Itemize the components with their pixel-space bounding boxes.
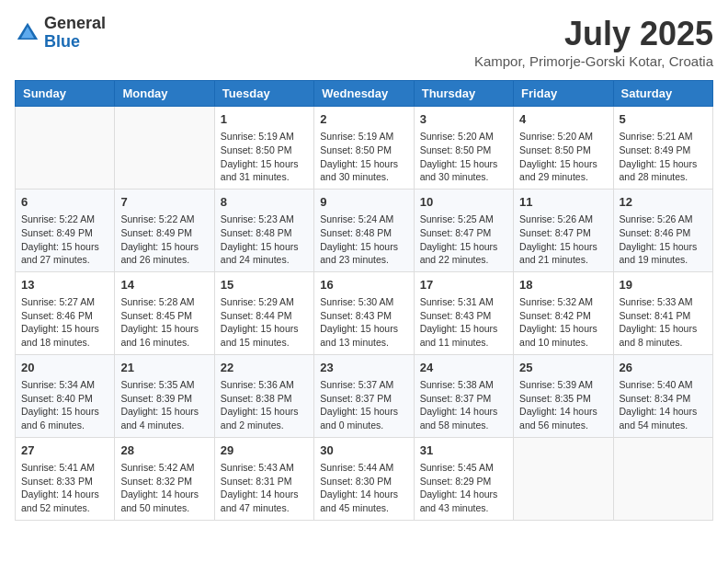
daylight-text: Daylight: 15 hours and 26 minutes. xyxy=(120,240,208,267)
calendar-cell: 23Sunrise: 5:37 AMSunset: 8:37 PMDayligh… xyxy=(314,354,414,437)
sunset-text: Sunset: 8:46 PM xyxy=(21,309,108,323)
calendar-cell: 26Sunrise: 5:40 AMSunset: 8:34 PMDayligh… xyxy=(613,354,712,437)
daylight-text: Daylight: 14 hours and 52 minutes. xyxy=(21,488,108,514)
cell-content: 7Sunrise: 5:22 AMSunset: 8:49 PMDaylight… xyxy=(120,194,208,267)
sunset-text: Sunset: 8:33 PM xyxy=(21,475,108,488)
calendar-cell: 4Sunrise: 5:20 AMSunset: 8:50 PMDaylight… xyxy=(514,107,613,190)
sunset-text: Sunset: 8:45 PM xyxy=(120,309,208,323)
sunrise-text: Sunrise: 5:28 AM xyxy=(120,295,208,309)
weekday-header-row: SundayMondayTuesdayWednesdayThursdayFrid… xyxy=(16,81,713,107)
cell-content: 19Sunrise: 5:33 AMSunset: 8:41 PMDayligh… xyxy=(620,277,707,350)
day-number: 11 xyxy=(519,194,607,211)
daylight-text: Daylight: 15 hours and 18 minutes. xyxy=(21,322,108,349)
cell-content: 14Sunrise: 5:28 AMSunset: 8:45 PMDayligh… xyxy=(120,277,208,350)
weekday-header-friday: Friday xyxy=(514,81,613,107)
sunset-text: Sunset: 8:32 PM xyxy=(120,475,208,488)
daylight-text: Daylight: 15 hours and 31 minutes. xyxy=(221,157,308,184)
day-number: 10 xyxy=(420,194,507,211)
sunrise-text: Sunrise: 5:24 AM xyxy=(320,213,407,226)
sunset-text: Sunset: 8:47 PM xyxy=(519,226,607,240)
sunrise-text: Sunrise: 5:20 AM xyxy=(519,130,607,144)
sunset-text: Sunset: 8:31 PM xyxy=(221,475,308,488)
day-number: 25 xyxy=(519,360,607,376)
sunrise-text: Sunrise: 5:33 AM xyxy=(620,295,707,309)
calendar-week-1: 1Sunrise: 5:19 AMSunset: 8:50 PMDaylight… xyxy=(16,107,713,190)
calendar-week-5: 27Sunrise: 5:41 AMSunset: 8:33 PMDayligh… xyxy=(16,437,713,520)
sunset-text: Sunset: 8:44 PM xyxy=(221,309,308,323)
daylight-text: Daylight: 14 hours and 45 minutes. xyxy=(320,488,407,514)
day-number: 15 xyxy=(221,277,308,293)
day-number: 20 xyxy=(21,360,108,376)
sunset-text: Sunset: 8:42 PM xyxy=(519,309,607,323)
sunset-text: Sunset: 8:50 PM xyxy=(320,144,407,157)
logo: General Blue xyxy=(15,15,106,52)
day-number: 14 xyxy=(120,277,208,293)
sunrise-text: Sunrise: 5:31 AM xyxy=(420,295,507,309)
sunset-text: Sunset: 8:48 PM xyxy=(221,226,308,240)
day-number: 7 xyxy=(120,194,208,211)
calendar-cell: 6Sunrise: 5:22 AMSunset: 8:49 PMDaylight… xyxy=(16,189,115,271)
sunset-text: Sunset: 8:29 PM xyxy=(420,475,507,488)
cell-content: 22Sunrise: 5:36 AMSunset: 8:38 PMDayligh… xyxy=(221,360,308,432)
calendar-cell: 31Sunrise: 5:45 AMSunset: 8:29 PMDayligh… xyxy=(414,437,513,520)
day-number: 18 xyxy=(519,277,607,293)
month-title: July 2025 xyxy=(474,15,713,53)
calendar-cell: 12Sunrise: 5:26 AMSunset: 8:46 PMDayligh… xyxy=(613,189,712,271)
cell-content: 30Sunrise: 5:44 AMSunset: 8:30 PMDayligh… xyxy=(320,442,407,515)
logo-general: General xyxy=(44,14,106,32)
daylight-text: Daylight: 15 hours and 21 minutes. xyxy=(519,240,607,267)
sunrise-text: Sunrise: 5:40 AM xyxy=(620,378,707,392)
daylight-text: Daylight: 15 hours and 16 minutes. xyxy=(120,322,208,349)
cell-content: 21Sunrise: 5:35 AMSunset: 8:39 PMDayligh… xyxy=(120,360,208,432)
day-number: 9 xyxy=(320,194,407,211)
sunrise-text: Sunrise: 5:22 AM xyxy=(120,213,208,226)
daylight-text: Daylight: 15 hours and 23 minutes. xyxy=(320,240,407,267)
cell-content: 25Sunrise: 5:39 AMSunset: 8:35 PMDayligh… xyxy=(519,360,607,432)
day-number: 28 xyxy=(120,442,208,459)
sunrise-text: Sunrise: 5:21 AM xyxy=(620,130,707,144)
sunrise-text: Sunrise: 5:25 AM xyxy=(420,213,507,226)
day-number: 30 xyxy=(320,442,407,459)
day-number: 6 xyxy=(21,194,108,211)
cell-content: 15Sunrise: 5:29 AMSunset: 8:44 PMDayligh… xyxy=(221,277,308,350)
sunrise-text: Sunrise: 5:35 AM xyxy=(120,378,208,392)
sunset-text: Sunset: 8:47 PM xyxy=(420,226,507,240)
sunrise-text: Sunrise: 5:20 AM xyxy=(420,130,507,144)
daylight-text: Daylight: 15 hours and 30 minutes. xyxy=(420,157,507,184)
daylight-text: Daylight: 14 hours and 58 minutes. xyxy=(420,405,507,431)
daylight-text: Daylight: 15 hours and 2 minutes. xyxy=(221,405,308,431)
daylight-text: Daylight: 14 hours and 54 minutes. xyxy=(620,405,707,431)
cell-content: 26Sunrise: 5:40 AMSunset: 8:34 PMDayligh… xyxy=(620,360,707,432)
calendar-cell: 30Sunrise: 5:44 AMSunset: 8:30 PMDayligh… xyxy=(314,437,414,520)
cell-content: 4Sunrise: 5:20 AMSunset: 8:50 PMDaylight… xyxy=(519,111,607,184)
calendar-week-3: 13Sunrise: 5:27 AMSunset: 8:46 PMDayligh… xyxy=(16,271,713,354)
sunset-text: Sunset: 8:43 PM xyxy=(320,309,407,323)
calendar-cell: 15Sunrise: 5:29 AMSunset: 8:44 PMDayligh… xyxy=(214,271,313,354)
daylight-text: Daylight: 15 hours and 27 minutes. xyxy=(21,240,108,267)
day-number: 19 xyxy=(620,277,707,293)
daylight-text: Daylight: 15 hours and 24 minutes. xyxy=(221,240,308,267)
sunset-text: Sunset: 8:50 PM xyxy=(519,144,607,157)
cell-content: 5Sunrise: 5:21 AMSunset: 8:49 PMDaylight… xyxy=(620,111,707,184)
calendar-cell: 7Sunrise: 5:22 AMSunset: 8:49 PMDaylight… xyxy=(115,189,214,271)
day-number: 12 xyxy=(620,194,707,211)
calendar-cell: 22Sunrise: 5:36 AMSunset: 8:38 PMDayligh… xyxy=(214,354,313,437)
sunrise-text: Sunrise: 5:45 AM xyxy=(420,461,507,475)
cell-content: 8Sunrise: 5:23 AMSunset: 8:48 PMDaylight… xyxy=(221,194,308,267)
sunset-text: Sunset: 8:50 PM xyxy=(221,144,308,157)
sunrise-text: Sunrise: 5:29 AM xyxy=(221,295,308,309)
sunrise-text: Sunrise: 5:19 AM xyxy=(320,130,407,144)
cell-content: 2Sunrise: 5:19 AMSunset: 8:50 PMDaylight… xyxy=(320,111,407,184)
calendar-cell: 19Sunrise: 5:33 AMSunset: 8:41 PMDayligh… xyxy=(613,271,712,354)
calendar-cell: 9Sunrise: 5:24 AMSunset: 8:48 PMDaylight… xyxy=(314,189,414,271)
sunrise-text: Sunrise: 5:37 AM xyxy=(320,378,407,392)
logo-icon xyxy=(15,20,40,46)
sunset-text: Sunset: 8:35 PM xyxy=(519,392,607,406)
location-subtitle: Kampor, Primorje-Gorski Kotar, Croatia xyxy=(474,53,713,69)
daylight-text: Daylight: 15 hours and 8 minutes. xyxy=(620,322,707,349)
cell-content: 23Sunrise: 5:37 AMSunset: 8:37 PMDayligh… xyxy=(320,360,407,432)
calendar-cell: 18Sunrise: 5:32 AMSunset: 8:42 PMDayligh… xyxy=(514,271,613,354)
daylight-text: Daylight: 15 hours and 4 minutes. xyxy=(120,405,208,431)
sunrise-text: Sunrise: 5:44 AM xyxy=(320,461,407,475)
daylight-text: Daylight: 14 hours and 47 minutes. xyxy=(221,488,308,514)
